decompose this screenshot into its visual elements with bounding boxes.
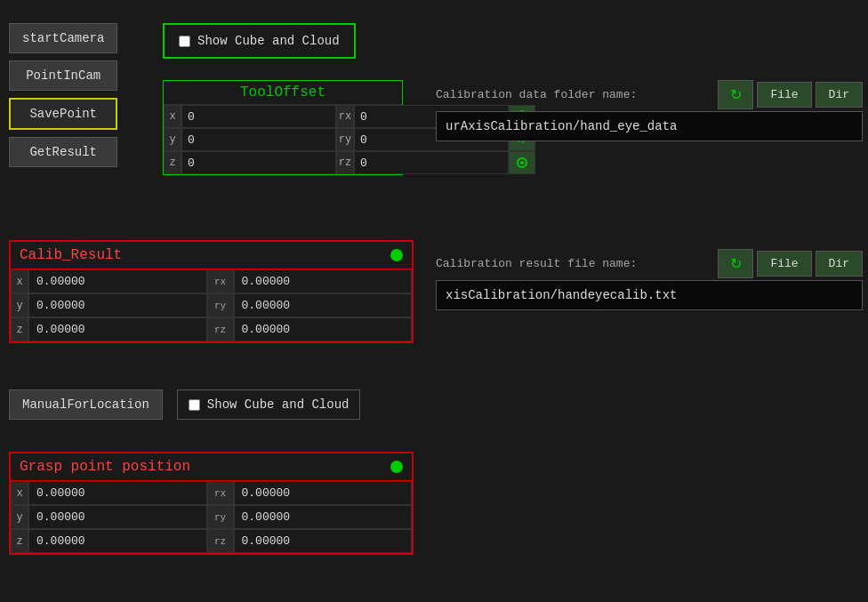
calib-result-grid: x 0.00000 rx 0.00000 y 0.00000 ry 0.0000… <box>11 269 412 341</box>
tog-rz-label: rz <box>336 151 354 174</box>
gp-x-value: 0.00000 <box>28 481 207 505</box>
save-point-button[interactable]: SavePoint <box>9 98 117 130</box>
crg-z-value: 0.00000 <box>28 317 207 341</box>
crg-y-label: y <box>11 293 28 317</box>
crg-x-label: x <box>11 269 28 293</box>
show-cube-cloud-top: Show Cube and Cloud <box>163 23 356 59</box>
show-cube-label-top: Show Cube and Cloud <box>197 34 340 48</box>
tog-row3-btn[interactable] <box>509 151 535 174</box>
grasp-point-title: Grasp point position <box>20 459 190 475</box>
gp-ry-value: 0.00000 <box>234 505 413 529</box>
calib-result-file-header: Calibration result file name: ↻ File Dir <box>436 249 863 278</box>
calib-folder-path: urAxisCalibration/hand_eye_data <box>436 111 863 141</box>
show-cube-checkbox-top[interactable] <box>179 36 190 47</box>
show-cube-cloud-bottom: Show Cube and Cloud <box>177 389 361 420</box>
gp-y-label: y <box>11 505 28 529</box>
calib-result-file-path: xisCalibration/handeyecalib.txt <box>436 280 863 310</box>
calib-result-header: Calib_Result <box>11 242 412 269</box>
tog-ry-label: ry <box>336 128 354 151</box>
calib-folder-panel: Calibration data folder name: ↻ File Dir… <box>436 80 863 141</box>
gp-rx-value: 0.00000 <box>234 481 413 505</box>
calib-result-panel: Calib_Result x 0.00000 rx 0.00000 y 0.00… <box>9 240 414 343</box>
gp-y-value: 0.00000 <box>28 505 207 529</box>
svg-point-2 <box>520 161 524 165</box>
calib-result-file-file-button[interactable]: File <box>757 251 811 277</box>
calib-result-file-dir-button[interactable]: Dir <box>816 251 863 277</box>
gp-rz-value: 0.00000 <box>234 529 413 553</box>
calib-result-file-label: Calibration result file name: <box>436 257 714 270</box>
tool-offset-grid: x rx y ry z rz <box>164 105 402 174</box>
crg-ry-label: ry <box>207 293 234 317</box>
tog-y-input[interactable] <box>181 128 336 151</box>
point-in-cam-button[interactable]: PointInCam <box>9 60 117 91</box>
tool-offset-title: ToolOffset <box>164 81 402 105</box>
calib-folder-file-button[interactable]: File <box>757 82 811 108</box>
calib-result-indicator <box>390 249 403 261</box>
calib-folder-refresh-button[interactable]: ↻ <box>718 80 753 109</box>
start-camera-button[interactable]: startCamera <box>9 23 117 53</box>
calib-folder-label: Calibration data folder name: <box>436 88 714 101</box>
crg-z-label: z <box>11 317 28 341</box>
calib-result-title: Calib_Result <box>20 247 122 263</box>
crg-rz-label: rz <box>207 317 234 341</box>
gp-rx-label: rx <box>207 481 234 505</box>
tog-y-label: y <box>164 128 181 151</box>
grasp-point-grid: x 0.00000 rx 0.00000 y 0.00000 ry 0.0000… <box>11 481 412 553</box>
crg-y-value: 0.00000 <box>28 293 207 317</box>
calib-folder-header: Calibration data folder name: ↻ File Dir <box>436 80 863 109</box>
get-result-button[interactable]: GetResult <box>9 137 117 167</box>
left-button-group: startCamera PointInCam SavePoint GetResu… <box>9 23 117 167</box>
tog-x-input[interactable] <box>181 105 336 128</box>
tool-offset-panel: ToolOffset x rx y ry z rz <box>163 80 403 175</box>
show-cube-checkbox-bottom[interactable] <box>189 399 200 411</box>
grasp-point-indicator <box>390 461 403 473</box>
calib-folder-dir-button[interactable]: Dir <box>816 82 863 108</box>
gp-ry-label: ry <box>207 505 234 529</box>
tog-z-input[interactable] <box>181 151 336 174</box>
gp-rz-label: rz <box>207 529 234 553</box>
gp-x-label: x <box>11 481 28 505</box>
show-cube-label-bottom: Show Cube and Cloud <box>207 397 350 412</box>
calib-result-file-refresh-button[interactable]: ↻ <box>718 249 753 278</box>
manual-for-location-button[interactable]: ManualForLocation <box>9 389 163 420</box>
crg-x-value: 0.00000 <box>28 269 207 293</box>
crg-ry-value: 0.00000 <box>234 293 413 317</box>
tog-z-label: z <box>164 151 181 174</box>
manual-location-area: ManualForLocation Show Cube and Cloud <box>9 389 360 420</box>
tog-rz-input[interactable] <box>354 151 509 174</box>
crg-rz-value: 0.00000 <box>234 317 413 341</box>
crg-rx-label: rx <box>207 269 234 293</box>
tog-x-label: x <box>164 105 181 128</box>
grasp-point-panel: Grasp point position x 0.00000 rx 0.0000… <box>9 452 414 555</box>
tog-rx-label: rx <box>336 105 354 128</box>
crg-rx-value: 0.00000 <box>234 269 413 293</box>
grasp-point-header: Grasp point position <box>11 454 412 481</box>
calib-result-file-panel: Calibration result file name: ↻ File Dir… <box>436 249 863 310</box>
gp-z-label: z <box>11 529 28 553</box>
gp-z-value: 0.00000 <box>28 529 207 553</box>
